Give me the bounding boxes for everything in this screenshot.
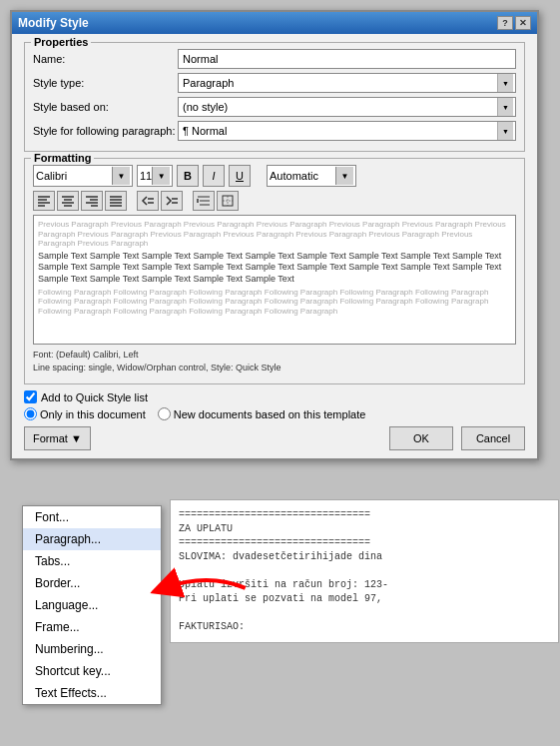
formatting-group: Formatting Calibri ▼ 11 ▼ B I U Automati… bbox=[24, 158, 525, 384]
dialog-body: Properties Name: Style type: Paragraph ▼… bbox=[12, 34, 537, 458]
decrease-indent-btn[interactable] bbox=[137, 191, 159, 211]
cancel-button[interactable]: Cancel bbox=[461, 426, 525, 450]
align-justify-btn[interactable] bbox=[105, 191, 127, 211]
size-value: 11 bbox=[140, 170, 152, 182]
scope-row: Only in this document New documents base… bbox=[24, 407, 525, 420]
menu-item-text-effects[interactable]: Text Effects... bbox=[23, 682, 161, 704]
style-based-value: (no style) bbox=[181, 101, 497, 113]
style-based-arrow: ▼ bbox=[497, 98, 513, 116]
align-right-btn[interactable] bbox=[81, 191, 103, 211]
underline-button[interactable]: U bbox=[229, 165, 251, 187]
format-dropdown-menu: Font... Paragraph... Tabs... Border... L… bbox=[22, 505, 162, 705]
bg-line: ================================ bbox=[179, 536, 550, 550]
formatting-label: Formatting bbox=[31, 152, 94, 164]
preview-area: Previous Paragraph Previous Paragraph Pr… bbox=[33, 215, 516, 345]
only-document-label: Only in this document bbox=[40, 408, 146, 420]
color-arrow: ▼ bbox=[335, 167, 353, 185]
titlebar-buttons: ? ✕ bbox=[497, 16, 531, 30]
quick-style-label: Add to Quick Style list bbox=[41, 391, 148, 403]
only-document-option: Only in this document bbox=[24, 407, 146, 420]
menu-item-numbering[interactable]: Numbering... bbox=[23, 638, 161, 660]
name-input[interactable] bbox=[178, 49, 516, 69]
menu-item-border[interactable]: Border... bbox=[23, 572, 161, 594]
close-button[interactable]: ✕ bbox=[515, 16, 531, 30]
formatting-controls-row: Calibri ▼ 11 ▼ B I U Automatic ▼ bbox=[33, 165, 516, 187]
style-following-select[interactable]: ¶ Normal ▼ bbox=[178, 121, 516, 141]
style-following-label: Style for following paragraph: bbox=[33, 125, 178, 137]
ok-button[interactable]: OK bbox=[389, 426, 453, 450]
font-arrow: ▼ bbox=[112, 167, 130, 185]
quick-style-row: Add to Quick Style list bbox=[24, 390, 525, 403]
menu-item-frame[interactable]: Frame... bbox=[23, 616, 161, 638]
style-type-value: Paragraph bbox=[181, 77, 497, 89]
only-document-radio[interactable] bbox=[24, 407, 37, 420]
size-select[interactable]: 11 ▼ bbox=[137, 165, 173, 187]
quick-style-checkbox[interactable] bbox=[24, 390, 37, 403]
modify-style-dialog: Modify Style ? ✕ Properties Name: Style … bbox=[10, 10, 539, 460]
dialog-title: Modify Style bbox=[18, 16, 89, 30]
font-value: Calibri bbox=[36, 170, 67, 182]
properties-group: Properties Name: Style type: Paragraph ▼… bbox=[24, 42, 525, 152]
size-arrow: ▼ bbox=[152, 167, 170, 185]
alignment-row bbox=[33, 191, 516, 211]
new-documents-label: New documents based on this template bbox=[174, 408, 366, 420]
properties-label: Properties bbox=[31, 36, 91, 48]
border-btn[interactable] bbox=[217, 191, 239, 211]
bold-button[interactable]: B bbox=[177, 165, 199, 187]
style-following-arrow: ▼ bbox=[497, 122, 513, 140]
ok-cancel-group: OK Cancel bbox=[389, 426, 525, 450]
bg-line: ================================ bbox=[179, 508, 550, 522]
menu-item-tabs[interactable]: Tabs... bbox=[23, 550, 161, 572]
increase-indent-btn[interactable] bbox=[161, 191, 183, 211]
following-paragraph-text: Following Paragraph Following Paragraph … bbox=[38, 288, 511, 317]
bg-line: ZA UPLATU bbox=[179, 522, 550, 536]
italic-button[interactable]: I bbox=[203, 165, 225, 187]
style-following-row: Style for following paragraph: ¶ Normal … bbox=[33, 121, 516, 141]
style-type-label: Style type: bbox=[33, 77, 178, 89]
style-based-row: Style based on: (no style) ▼ bbox=[33, 97, 516, 117]
format-button[interactable]: Format ▼ bbox=[24, 426, 91, 450]
color-select[interactable]: Automatic ▼ bbox=[267, 165, 356, 187]
style-type-row: Style type: Paragraph ▼ bbox=[33, 73, 516, 93]
style-based-select[interactable]: (no style) ▼ bbox=[178, 97, 516, 117]
menu-item-font[interactable]: Font... bbox=[23, 506, 161, 528]
style-based-label: Style based on: bbox=[33, 101, 178, 113]
font-select[interactable]: Calibri ▼ bbox=[33, 165, 133, 187]
new-documents-radio[interactable] bbox=[158, 407, 171, 420]
align-left-btn[interactable] bbox=[33, 191, 55, 211]
style-type-arrow: ▼ bbox=[497, 74, 513, 92]
style-description: Font: (Default) Calibri, Left Line spaci… bbox=[33, 349, 516, 373]
new-documents-option: New documents based on this template bbox=[158, 407, 366, 420]
menu-item-paragraph[interactable]: Paragraph... bbox=[23, 528, 161, 550]
dialog-titlebar: Modify Style ? ✕ bbox=[12, 12, 537, 34]
name-row: Name: bbox=[33, 49, 516, 69]
style-type-select[interactable]: Paragraph ▼ bbox=[178, 73, 516, 93]
dialog-buttons-row: Format ▼ OK Cancel bbox=[24, 426, 525, 450]
align-center-btn[interactable] bbox=[57, 191, 79, 211]
color-value: Automatic bbox=[270, 170, 318, 182]
bg-line: SLOVIMA: dvadesetčetirihijade dina bbox=[179, 550, 550, 564]
previous-paragraph-text: Previous Paragraph Previous Paragraph Pr… bbox=[38, 220, 511, 249]
style-following-value: ¶ Normal bbox=[181, 125, 497, 137]
line-spacing-btn[interactable] bbox=[193, 191, 215, 211]
help-button[interactable]: ? bbox=[497, 16, 513, 30]
sample-text: Sample Text Sample Text Sample Text Samp… bbox=[38, 251, 511, 286]
menu-item-language[interactable]: Language... bbox=[23, 594, 161, 616]
name-label: Name: bbox=[33, 53, 178, 65]
menu-item-shortcut[interactable]: Shortcut key... bbox=[23, 660, 161, 682]
